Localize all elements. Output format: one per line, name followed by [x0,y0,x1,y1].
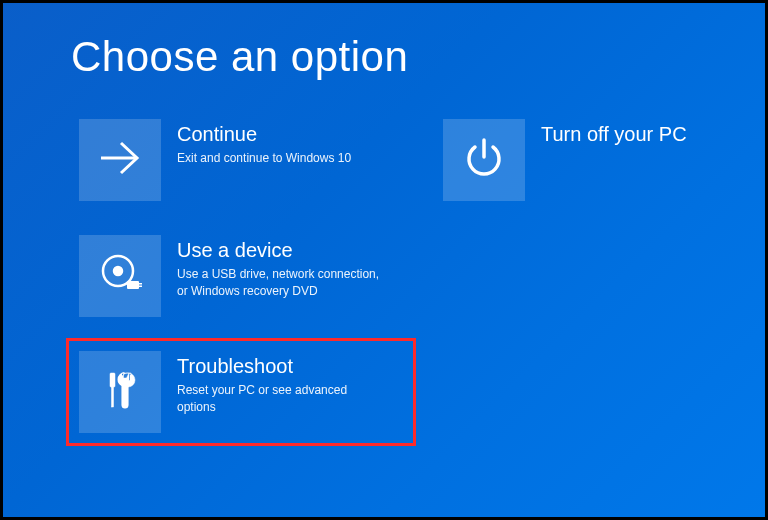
svg-rect-5 [139,283,142,285]
option-usedevice-text: Use a device Use a USB drive, network co… [177,235,387,300]
turnoff-tile [443,119,525,201]
disc-icon [95,249,145,303]
tools-icon [95,365,145,419]
option-usedevice[interactable]: Use a device Use a USB drive, network co… [71,227,411,325]
options-grid: Continue Exit and continue to Windows 10… [3,111,765,441]
arrow-right-icon [95,133,145,187]
option-continue-title: Continue [177,123,351,146]
continue-tile [79,119,161,201]
option-usedevice-title: Use a device [177,239,387,262]
page-title: Choose an option [3,3,765,111]
option-usedevice-desc: Use a USB drive, network connection, or … [177,266,387,300]
option-turnoff-title: Turn off your PC [541,123,687,146]
option-troubleshoot-text: Troubleshoot Reset your PC or see advanc… [177,351,387,416]
option-turnoff[interactable]: Turn off your PC [435,111,755,209]
svg-rect-7 [110,373,115,387]
option-troubleshoot-title: Troubleshoot [177,355,387,378]
option-continue[interactable]: Continue Exit and continue to Windows 10 [71,111,411,209]
troubleshoot-tile [79,351,161,433]
power-icon [459,133,509,187]
usedevice-tile [79,235,161,317]
svg-rect-4 [127,281,139,289]
option-turnoff-text: Turn off your PC [541,119,687,150]
svg-rect-6 [139,286,142,288]
option-troubleshoot-desc: Reset your PC or see advanced options [177,382,387,416]
option-troubleshoot[interactable]: Troubleshoot Reset your PC or see advanc… [71,343,411,441]
svg-rect-8 [112,387,114,407]
option-continue-text: Continue Exit and continue to Windows 10 [177,119,351,167]
option-continue-desc: Exit and continue to Windows 10 [177,150,351,167]
svg-point-3 [114,267,122,275]
